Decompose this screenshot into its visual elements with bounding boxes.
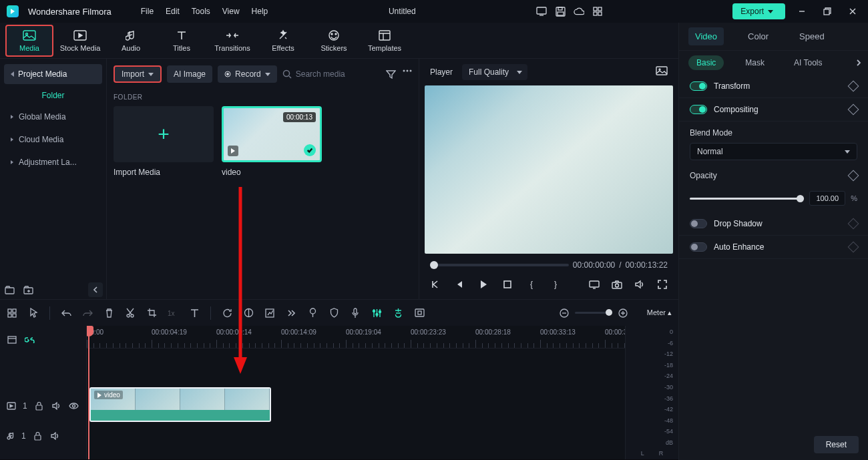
section-transform[interactable]: Transform — [679, 75, 868, 98]
compositing-toggle[interactable] — [690, 105, 707, 114]
save-icon[interactable] — [555, 6, 566, 17]
step-back-icon[interactable] — [454, 279, 465, 290]
tab-audio[interactable]: Audio — [107, 25, 155, 57]
shield-icon[interactable] — [329, 308, 339, 318]
opacity-slider[interactable] — [690, 198, 804, 200]
collapse-sidebar-icon[interactable] — [88, 282, 103, 297]
menu-file[interactable]: File — [141, 7, 154, 16]
track-visible-icon[interactable] — [69, 401, 79, 411]
media-clip-tile[interactable]: 00:00:13 video — [222, 106, 322, 177]
inspector-sub-basic[interactable]: Basic — [688, 55, 724, 70]
link-icon[interactable] — [24, 334, 35, 345]
track-mute-icon[interactable] — [50, 431, 61, 441]
tab-stock-media[interactable]: Stock Media — [56, 25, 104, 57]
window-minimize-icon[interactable] — [793, 3, 811, 20]
color-icon[interactable] — [243, 308, 254, 318]
menu-help[interactable]: Help — [252, 7, 268, 16]
timeline-clip[interactable]: video — [89, 387, 271, 422]
inspector-tab-color[interactable]: Color — [741, 27, 775, 45]
marker-icon[interactable] — [307, 308, 318, 318]
inspector-tab-speed[interactable]: Speed — [793, 27, 831, 45]
window-close-icon[interactable] — [844, 3, 861, 20]
inspector-sub-ai[interactable]: AI Tools — [786, 55, 830, 70]
camera-icon[interactable] — [612, 279, 622, 290]
display-icon[interactable] — [536, 6, 547, 17]
fullscreen-icon[interactable] — [657, 279, 668, 290]
sidebar-global-media[interactable]: Global Media — [4, 107, 102, 127]
blend-mode-select[interactable]: Normal — [690, 143, 857, 160]
volume-icon[interactable] — [634, 279, 645, 290]
stop-icon[interactable] — [502, 279, 513, 290]
record-button[interactable]: Record — [218, 65, 277, 83]
apps-icon[interactable] — [592, 6, 603, 17]
text-icon[interactable] — [189, 308, 200, 318]
keyframe-icon[interactable] — [848, 218, 859, 230]
player-viewport[interactable] — [425, 85, 673, 254]
prev-frame-icon[interactable] — [430, 279, 441, 290]
cursor-icon[interactable] — [28, 308, 39, 318]
tab-media[interactable]: Media — [5, 25, 53, 57]
cloud-icon[interactable] — [574, 6, 584, 17]
track-lock-icon[interactable] — [34, 401, 45, 411]
sidebar-cloud-media[interactable]: Cloud Media — [4, 130, 102, 150]
inspector-more-icon[interactable] — [856, 59, 861, 67]
tab-titles[interactable]: Titles — [158, 25, 206, 57]
zoom-in-icon[interactable] — [618, 308, 628, 318]
sidebar-adjustment-layer[interactable]: Adjustment La... — [4, 152, 102, 172]
export-button[interactable]: Export — [732, 3, 785, 19]
section-auto-enhance[interactable]: Auto Enhance — [679, 236, 868, 259]
crop-icon[interactable] — [146, 308, 157, 318]
section-drop-shadow[interactable]: Drop Shadow — [679, 212, 868, 236]
tab-transitions[interactable]: Transitions — [208, 25, 256, 57]
drop-shadow-toggle[interactable] — [690, 219, 707, 228]
ai-image-button[interactable]: AI Image — [167, 65, 212, 83]
opacity-value[interactable]: 100.00 — [809, 191, 845, 206]
timeline-canvas[interactable]: 00:0000:00:04:1900:00:09:1400:00:14:0900… — [87, 326, 625, 459]
menu-tools[interactable]: Tools — [192, 7, 210, 16]
menu-view[interactable]: View — [222, 7, 240, 16]
import-button[interactable]: Import — [114, 65, 162, 83]
tab-templates[interactable]: Templates — [361, 25, 409, 57]
zoom-slider[interactable] — [575, 312, 612, 314]
mark-out-icon[interactable]: } — [550, 279, 561, 290]
playback-quality-dropdown[interactable]: Full Quality — [462, 64, 527, 80]
adjust-icon[interactable] — [264, 308, 275, 318]
mark-in-icon[interactable]: { — [526, 279, 537, 290]
delete-icon[interactable] — [103, 308, 114, 318]
menu-edit[interactable]: Edit — [166, 7, 180, 16]
tab-stickers[interactable]: Stickers — [310, 25, 358, 57]
more-tools-icon[interactable] — [286, 308, 296, 318]
keyframe-panel-icon[interactable] — [414, 308, 425, 318]
snapshot-icon[interactable] — [656, 66, 668, 78]
player-progress[interactable] — [430, 264, 569, 266]
inspector-sub-mask[interactable]: Mask — [737, 55, 773, 70]
magnet-icon[interactable] — [393, 308, 403, 318]
mic-icon[interactable] — [350, 308, 361, 318]
zoom-out-icon[interactable] — [559, 308, 570, 318]
cut-icon[interactable] — [125, 308, 136, 318]
keyframe-icon[interactable] — [848, 170, 859, 182]
sidebar-project-media[interactable]: Project Media — [4, 64, 102, 84]
auto-enhance-toggle[interactable] — [690, 242, 707, 252]
tab-effects[interactable]: Effects — [259, 25, 307, 57]
redo-icon[interactable] — [82, 308, 93, 318]
layout-icon[interactable] — [7, 308, 17, 318]
play-icon[interactable] — [478, 279, 489, 290]
transform-toggle[interactable] — [690, 81, 707, 91]
section-compositing[interactable]: Compositing — [679, 98, 868, 122]
media-search[interactable]: Search media — [282, 69, 381, 79]
reset-button[interactable]: Reset — [814, 436, 859, 453]
rotate-icon[interactable] — [222, 308, 232, 318]
sidebar-folder[interactable]: Folder — [4, 87, 102, 104]
mixer-icon[interactable] — [371, 308, 382, 318]
keyframe-icon[interactable] — [848, 242, 859, 253]
undo-icon[interactable] — [61, 308, 71, 318]
playhead[interactable] — [88, 326, 89, 459]
keyframe-icon[interactable] — [848, 104, 859, 116]
new-folder-icon[interactable] — [4, 284, 15, 295]
timeline-ruler[interactable]: 00:0000:00:04:1900:00:09:1400:00:14:0900… — [87, 326, 625, 349]
track-lock-icon[interactable] — [33, 431, 43, 441]
track-mute-icon[interactable] — [51, 401, 62, 411]
inspector-tab-video[interactable]: Video — [688, 27, 724, 45]
import-media-tile[interactable]: + Import Media — [114, 106, 214, 177]
